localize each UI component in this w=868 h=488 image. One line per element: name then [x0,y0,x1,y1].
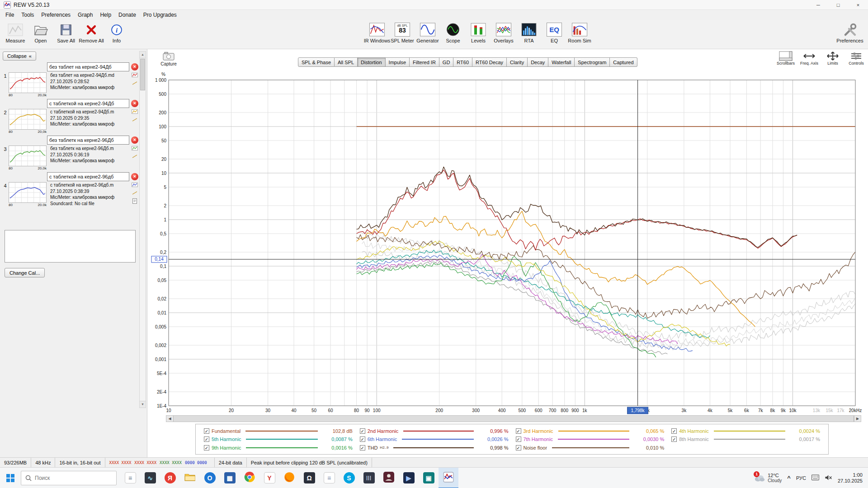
freq-axis-button[interactable]: Freq. Axis [798,51,820,66]
legend-checkbox[interactable]: ✓ [516,428,521,434]
tab-waterfall[interactable]: Waterfall [548,57,575,67]
collapse-button[interactable]: Collapse « [3,52,36,61]
delete-measurement-icon[interactable]: × [131,100,138,107]
start-button[interactable] [0,468,21,488]
minimize-button[interactable]: ─ [808,0,828,9]
toolbar-rta-button[interactable]: RTA [516,20,542,49]
tab-spectrogram[interactable]: Spectrogram [575,57,610,67]
taskbar-app-media-player[interactable]: ▶ [399,468,419,488]
legend-checkbox[interactable]: ✓ [360,436,365,442]
menu-tools[interactable]: Tools [18,11,38,19]
legend-checkbox[interactable]: ✓ [204,428,209,434]
close-button[interactable]: × [848,0,868,9]
taskbar-app-metro-app[interactable]: ▦ [220,468,240,488]
toolbar-eq-button[interactable]: EQEQ [542,20,567,49]
toolbar-measure-button[interactable]: Measure [3,20,28,49]
legend-checkbox[interactable]: ✓ [204,436,209,442]
tab-decay[interactable]: Decay [528,57,548,67]
toolbar-room-sim-button[interactable]: Room Sim [567,20,592,49]
controls-button[interactable]: Controls [845,51,867,66]
touch-keyboard-icon[interactable] [811,474,819,481]
toolbar-levels-button[interactable]: Levels [466,20,491,49]
maximize-button[interactable]: □ [828,0,848,9]
measurement-thumbnail[interactable]: 8020.0k [9,182,47,207]
chart-horizontal-scrollbar[interactable]: ◀ ▶ [166,415,861,422]
taskbar-app-voice-app[interactable] [379,468,399,488]
menu-help[interactable]: Help [96,11,115,19]
taskbar-app-omega-app[interactable]: Ω [299,468,319,488]
measurement-item[interactable]: ×48020.0kс таблеткой на керне2-96дб.m27.… [2,172,138,207]
toolbar-scope-button[interactable]: Scope [440,20,466,49]
measurement-title-input[interactable] [47,172,129,181]
legend-checkbox[interactable]: ✓ [360,428,365,434]
toolbar-spl-meter-button[interactable]: dB SPL83SPL Meter [390,20,415,49]
measurement-title-input[interactable] [47,136,129,145]
menu-preferences[interactable]: Preferences [38,11,74,19]
trace-icon[interactable] [132,183,138,189]
toolbar-preferences-button[interactable]: Preferences [837,20,863,49]
tab-gd[interactable]: GD [439,57,454,67]
delete-measurement-icon[interactable]: × [131,136,138,144]
scroll-up-icon[interactable]: ▲ [140,52,146,58]
tab-captured[interactable]: Captured [610,57,637,67]
tab-all-spl[interactable]: All SPL [335,57,358,67]
tab-rt60-decay[interactable]: RT60 Decay [472,57,507,67]
taskbar-app-audio-mixer[interactable]: ||| [359,468,379,488]
measurement-thumbnail[interactable]: 8020,0k [9,109,47,134]
scroll-down-icon[interactable]: ▼ [140,401,146,408]
tab-distortion[interactable]: Distortion [358,57,385,67]
capture-button[interactable]: Capture [158,51,179,66]
change-cal-button[interactable]: Change Cal... [5,268,45,277]
menu-graph[interactable]: Graph [74,11,96,19]
legend-checkbox[interactable]: ✓ [204,445,209,450]
weather-widget[interactable]: 1 12°C Cloudy [754,473,782,483]
trace-icon[interactable] [132,109,138,116]
menu-pro-upgrades[interactable]: Pro Upgrades [140,11,180,19]
legend-checkbox[interactable]: ✓ [671,428,677,434]
taskbar-app-file-explorer[interactable] [180,468,200,488]
toolbar-save-all-button[interactable]: Save All [53,20,79,49]
hscrollbar-thumb[interactable] [173,416,854,422]
taskbar-app-internet-app[interactable]: O [200,468,220,488]
legend-checkbox[interactable]: ✓ [360,445,365,450]
legend-checkbox[interactable]: ✓ [516,445,521,450]
menu-donate[interactable]: Donate [115,11,140,19]
taskbar-app-task-view[interactable]: ≡ [120,468,140,488]
scrollbar-thumb[interactable] [140,59,145,90]
taskbar-app-chrome[interactable] [240,468,259,488]
notes-icon[interactable] [132,198,137,206]
toolbar-generator-button[interactable]: Generator [415,20,440,49]
taskbar-search[interactable] [21,471,117,485]
cal-slope-icon[interactable] [132,81,138,87]
tray-expand-icon[interactable]: ^ [787,474,791,481]
measurement-notes-box[interactable] [5,230,136,263]
taskbar-app-skype[interactable]: S [339,468,359,488]
legend-checkbox[interactable]: ✓ [516,436,521,442]
cal-slope-icon[interactable] [132,154,138,160]
taskbar-app-yandex-browser[interactable]: Я [160,468,180,488]
measurement-title-input[interactable] [47,62,129,71]
delete-measurement-icon[interactable]: × [131,63,138,70]
clock[interactable]: 1:00 27.10.2025 [838,472,863,484]
menu-file[interactable]: File [2,11,18,19]
delete-measurement-icon[interactable]: × [131,173,138,180]
measurement-title-input[interactable] [47,99,129,108]
measurement-thumbnail[interactable]: 8020,0k [9,145,47,170]
scroll-left-icon[interactable]: ◀ [166,416,173,422]
toolbar-overlays-button[interactable]: Overlays [491,20,516,49]
scrollbars-button[interactable]: Scrollbars [775,51,797,66]
search-input[interactable] [35,475,103,481]
language-indicator[interactable]: РУС [796,475,806,481]
cal-slope-icon[interactable] [132,117,138,124]
trace-icon[interactable] [132,146,138,152]
volume-muted-icon[interactable] [825,474,832,482]
measurement-thumbnail[interactable]: 8020,0k [9,72,47,97]
taskbar-app-rew-app[interactable] [439,468,458,488]
tab-clarity[interactable]: Clarity [507,57,528,67]
measurement-item[interactable]: ×28020,0kс таблеткой на керне2-94Дб.m27.… [2,99,138,134]
measurement-item[interactable]: ×18020,0kбез таблет на керне2-94Дб.md27.… [2,62,138,97]
distortion-chart[interactable]: 1 0005002001005020105210,50,20,10,050,02… [149,63,866,415]
trace-icon[interactable] [132,73,138,79]
toolbar-remove-all-button[interactable]: Remove All [79,20,104,49]
cal-slope-icon[interactable] [132,191,138,197]
